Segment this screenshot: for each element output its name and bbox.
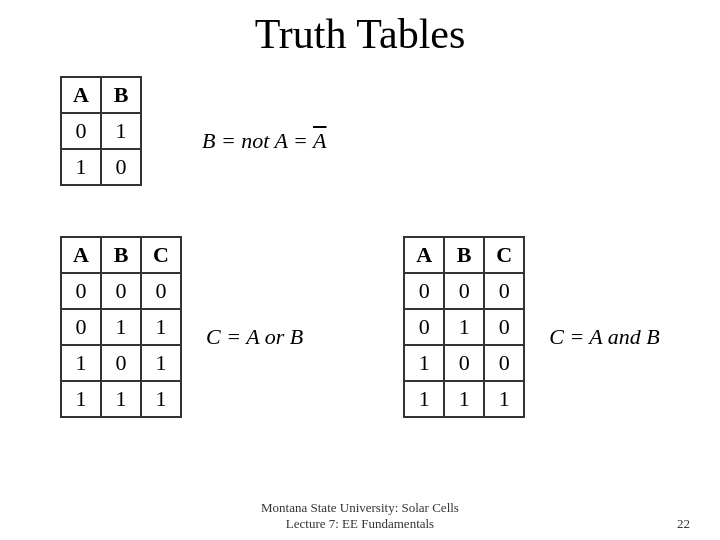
truth-table-or: A B C 0 0 0 0 1 1 1 0 1 bbox=[60, 236, 182, 418]
cell: 0 bbox=[61, 113, 101, 149]
cell: 1 bbox=[484, 381, 524, 417]
formula-not: B = not A = A bbox=[202, 128, 326, 154]
cell: 1 bbox=[444, 381, 484, 417]
footer-line2: Lecture 7: EE Fundamentals bbox=[286, 516, 434, 531]
cell: 0 bbox=[101, 149, 141, 185]
cell: 0 bbox=[404, 273, 444, 309]
col-header-A: A bbox=[404, 237, 444, 273]
cell: 1 bbox=[141, 345, 181, 381]
truth-table-1: A B 0 1 1 0 bbox=[60, 76, 142, 186]
cell: 0 bbox=[484, 309, 524, 345]
cell: 0 bbox=[101, 273, 141, 309]
cell: 0 bbox=[141, 273, 181, 309]
cell: 0 bbox=[404, 309, 444, 345]
footer: Montana State University: Solar Cells Le… bbox=[0, 500, 720, 532]
cell: 1 bbox=[404, 345, 444, 381]
page-title: Truth Tables bbox=[0, 0, 720, 76]
col-header-B: B bbox=[444, 237, 484, 273]
cell: 0 bbox=[444, 273, 484, 309]
col-header-C: C bbox=[141, 237, 181, 273]
page-number: 22 bbox=[677, 516, 690, 532]
cell: 0 bbox=[61, 273, 101, 309]
cell: 1 bbox=[101, 381, 141, 417]
cell: 1 bbox=[101, 113, 141, 149]
formula-and-text: C = A and B bbox=[549, 324, 660, 350]
col-header-B: B bbox=[101, 77, 141, 113]
truth-table-and: A B C 0 0 0 0 1 0 1 0 0 bbox=[403, 236, 525, 418]
cell: 0 bbox=[101, 345, 141, 381]
cell: 1 bbox=[61, 381, 101, 417]
cell: 0 bbox=[61, 309, 101, 345]
cell: 1 bbox=[61, 149, 101, 185]
formula-and: C = A and B bbox=[549, 324, 660, 350]
col-header-B: B bbox=[101, 237, 141, 273]
cell: 1 bbox=[101, 309, 141, 345]
col-header-A: A bbox=[61, 237, 101, 273]
footer-line1: Montana State University: Solar Cells bbox=[261, 500, 459, 515]
col-header-C: C bbox=[484, 237, 524, 273]
footer-text: Montana State University: Solar Cells Le… bbox=[261, 500, 459, 532]
formula-or: C = A or B bbox=[206, 324, 303, 350]
formula-or-text: C = A or B bbox=[206, 324, 303, 350]
cell: 1 bbox=[404, 381, 444, 417]
cell: 0 bbox=[484, 345, 524, 381]
cell: 0 bbox=[484, 273, 524, 309]
formula-not-text: B = not A = A bbox=[202, 128, 326, 154]
cell: 1 bbox=[141, 309, 181, 345]
cell: 1 bbox=[444, 309, 484, 345]
cell: 0 bbox=[444, 345, 484, 381]
col-header-A: A bbox=[61, 77, 101, 113]
cell: 1 bbox=[61, 345, 101, 381]
cell: 1 bbox=[141, 381, 181, 417]
